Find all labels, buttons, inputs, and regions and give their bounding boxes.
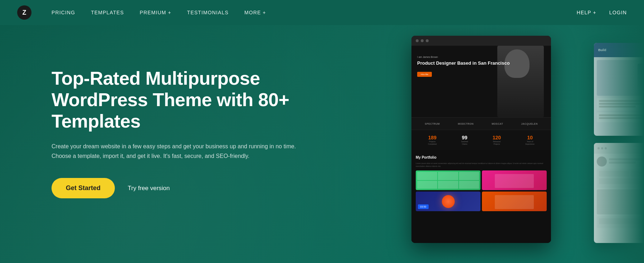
nav-link-pricing[interactable]: PRICING	[52, 10, 75, 15]
screenshot-right-bottom: 💬	[594, 143, 644, 243]
nav-item-pricing[interactable]: PRICING	[52, 9, 75, 16]
screenshot-inner: I am James Brown Product Designer Based …	[411, 46, 551, 243]
rb-dot-0	[597, 147, 600, 149]
rb-body: 💬	[594, 154, 644, 237]
nav-link-templates[interactable]: TEMPLATES	[91, 10, 124, 15]
sc-person-circle	[442, 195, 455, 208]
sc-inner-cell-5	[459, 181, 479, 189]
screenshot-topbar	[411, 36, 551, 46]
rb-field-0	[599, 171, 629, 177]
nav-link-help[interactable]: HELP +	[577, 10, 596, 15]
screenshot-main: I am James Brown Product Designer Based …	[411, 36, 551, 243]
sc-stats: 189 ProjectsCompleted 99 SatisfiedClient…	[411, 130, 551, 150]
sc-logo-2: MOSCAT	[492, 123, 503, 125]
hero-title: Top-Rated Multipurpose WordPress Theme w…	[52, 68, 323, 132]
sc-portfolio-title: My Portfolio	[416, 155, 547, 159]
rb-form-section-1	[597, 216, 644, 228]
get-started-button[interactable]: Get Started	[52, 178, 115, 198]
rt-text-block-0	[597, 98, 644, 111]
sc-logos: SPECTRUM mODCtron MOSCAT Jacquelen	[411, 117, 551, 130]
sc-inner-cell-0	[417, 172, 437, 180]
rt-person-img	[638, 64, 644, 96]
sc-stat-num-0: 189	[428, 135, 436, 140]
sc-small-label: I am James Brown	[417, 56, 510, 58]
rb-form-row-1	[599, 178, 644, 184]
nav-link-login[interactable]: LOGIN	[609, 10, 627, 15]
sc-stat-2: 120 ReleasedProjects	[493, 135, 501, 145]
sc-stat-num-2: 120	[493, 135, 501, 140]
rt-header: Build	[594, 43, 644, 57]
rb-form-section-0	[597, 169, 644, 188]
sc-portfolio-grid: 03:50	[416, 170, 547, 211]
navbar-right: HELP + LOGIN	[577, 10, 627, 15]
sc-stat-label-3: Years ofExperience	[526, 140, 535, 145]
rt-line-1	[599, 103, 644, 105]
try-free-button[interactable]: Try free version	[128, 185, 170, 192]
nav-item-premium[interactable]: PREMIUM +	[140, 9, 171, 16]
sc-stat-label-0: ProjectsCompleted	[428, 140, 436, 145]
sc-stat-num-1: 99	[461, 135, 468, 140]
rb-btn-row	[597, 229, 644, 234]
rb-name-block	[609, 158, 644, 165]
hero-actions: Get Started Try free version	[52, 178, 323, 198]
rb-dot-row	[597, 147, 607, 149]
sc-inner-cell-4	[438, 181, 458, 189]
sc-hero-text: I am James Brown Product Designer Based …	[417, 56, 510, 77]
rt-line-2	[599, 106, 636, 108]
sc-portfolio: My Portfolio Lorem ipsum dolor sit amet …	[411, 151, 551, 243]
rb-dot-2	[605, 147, 607, 149]
nav-item-more[interactable]: MORE +	[244, 9, 266, 16]
nav-item-testimonials[interactable]: TESTIMONIALS	[187, 9, 229, 16]
rt-body	[594, 57, 644, 126]
sc-inner-grid	[416, 170, 480, 190]
sc-portfolio-desc: Lorem ipsum dolor sit amet consectetur a…	[416, 162, 547, 168]
sc-portfolio-item-0	[416, 170, 480, 190]
rb-dot-1	[601, 147, 603, 149]
rb-header-light	[594, 143, 644, 154]
nav-link-more[interactable]: MORE +	[244, 10, 266, 15]
window-dot-3	[426, 39, 429, 42]
nav-links: PRICING TEMPLATES PREMIUM + TESTIMONIALS…	[52, 9, 266, 16]
rb-name-line-1	[609, 162, 636, 164]
navbar: Z PRICING TEMPLATES PREMIUM + TESTIMONIA…	[0, 0, 644, 25]
sc-logo-1: mODCtron	[458, 123, 474, 125]
rt-text-block-1	[597, 112, 644, 122]
sc-stat-label-1: SatisfiedClients	[461, 140, 468, 145]
sc-thumb-inner-1	[495, 174, 534, 188]
nav-link-testimonials[interactable]: TESTIMONIALS	[187, 10, 229, 15]
window-dot-2	[421, 39, 424, 42]
nav-link-premium[interactable]: PREMIUM +	[140, 10, 171, 15]
rb-form-row-0	[599, 171, 644, 177]
navbar-left: Z PRICING TEMPLATES PREMIUM + TESTIMONIA…	[17, 5, 266, 20]
sc-stat-3: 10 Years ofExperience	[526, 135, 535, 145]
sc-stat-0: 189 ProjectsCompleted	[428, 135, 436, 145]
rb-form-row-2	[599, 218, 644, 224]
sc-hire-btn: Hire Me	[417, 72, 432, 77]
rb-name-line-0	[609, 158, 644, 160]
rt-line-3	[599, 114, 644, 116]
rt-line-0	[599, 100, 644, 102]
rb-big-block	[597, 189, 644, 214]
sc-logo-3: Jacquelen	[521, 123, 537, 125]
rb-field-2	[599, 178, 644, 184]
logo[interactable]: Z	[17, 5, 31, 20]
sc-portfolio-item-3	[482, 192, 547, 211]
rt-person-area	[597, 60, 644, 96]
sc-inner-cell-2	[459, 172, 479, 180]
hero-section: Top-Rated Multipurpose WordPress Theme w…	[0, 25, 644, 263]
nav-item-templates[interactable]: TEMPLATES	[91, 9, 124, 16]
sc-portfolio-item-1	[482, 170, 547, 190]
rt-header-label: Build	[598, 48, 606, 52]
sc-thumb-inner-3	[495, 195, 534, 209]
sc-portfolio-item-2: 03:50	[416, 192, 480, 211]
window-dot-1	[416, 39, 419, 42]
hero-content: Top-Rated Multipurpose WordPress Theme w…	[52, 46, 323, 198]
sc-hero-bg: I am James Brown Product Designer Based …	[411, 46, 551, 117]
rb-field-1	[630, 171, 644, 177]
rb-avatar-area: 💬	[597, 157, 644, 167]
sc-logo-0: SPECTRUM	[425, 123, 440, 125]
sc-inner-cell-3	[417, 181, 437, 189]
rb-field-3	[599, 218, 644, 224]
sc-inner-cell-1	[438, 172, 458, 180]
sc-timer: 03:50	[418, 204, 429, 209]
